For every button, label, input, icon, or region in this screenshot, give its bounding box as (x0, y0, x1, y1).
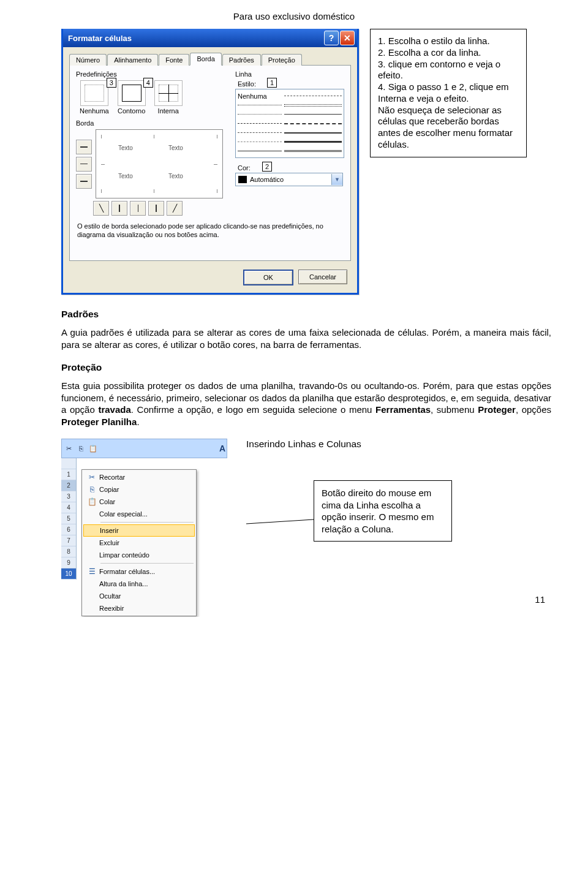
borda-label: Borda (76, 119, 227, 127)
border-bottom-button[interactable] (76, 174, 92, 189)
tab-numero[interactable]: Número (69, 54, 107, 66)
paragraph: A guia padrões é utilizada para se alter… (61, 327, 551, 350)
copy-icon[interactable]: ⎘ (75, 443, 86, 454)
preset-inside[interactable]: Interna 4 (154, 80, 183, 115)
menu-item-recortar[interactable]: ✂Recortar (83, 471, 195, 483)
tab-protecao[interactable]: Proteção (262, 54, 302, 66)
border-middle-h-button[interactable] (76, 157, 92, 172)
border-diag-up-button[interactable]: ╱ (167, 201, 183, 216)
chevron-down-icon: ▼ (331, 174, 342, 185)
cor-label: Cor: (238, 164, 251, 172)
menu-item-excluir[interactable]: Excluir (83, 537, 195, 549)
border-diag-down-button[interactable]: ╲ (93, 201, 109, 216)
cancel-button[interactable]: Cancelar (298, 270, 347, 284)
instruction-line: Não esqueça de selecionar as células que… (378, 105, 519, 151)
tab-alinhamento[interactable]: Alinhamento (107, 54, 158, 66)
line-style-list[interactable]: Nenhuma (235, 89, 344, 158)
menu-item-limpar[interactable]: Limpar conteúdo (83, 549, 195, 561)
tab-padroes[interactable]: Padrões (222, 54, 261, 66)
tab-fonte[interactable]: Fonte (159, 54, 189, 66)
menu-item-inserir[interactable]: Inserir (83, 524, 195, 537)
callout-2: 2 (262, 162, 272, 172)
cut-icon[interactable]: ✂ (63, 443, 74, 454)
linha-label: Linha (235, 70, 344, 78)
border-right-button[interactable] (148, 201, 164, 216)
heading-protecao: Proteção (61, 361, 551, 374)
heading-inserindo: Inserindo Linhas e Colunas (246, 439, 551, 450)
callout-4: 4 (143, 78, 153, 88)
callout-1: 1 (267, 78, 277, 88)
border-middle-v-button[interactable] (130, 201, 146, 216)
preset-inside-label: Interna (154, 107, 183, 115)
menu-item-colar-especial[interactable]: Colar especial... (83, 508, 195, 520)
row-headers: 12345678910 (61, 458, 77, 580)
menu-item-reexibir[interactable]: Reexibir (83, 602, 195, 614)
menu-item-ocultar[interactable]: Ocultar (83, 590, 195, 602)
paste-icon: 📋 (85, 497, 99, 506)
dialog-titlebar: Formatar células ? ✕ (63, 29, 357, 47)
color-swatch-icon (238, 176, 247, 183)
close-button[interactable]: ✕ (340, 31, 355, 45)
preview-cell: Texto (168, 173, 183, 179)
page-header: Para uso exclusivo doméstico (37, 0, 551, 29)
cells-icon: ☰ (85, 567, 99, 576)
menu-item-colar[interactable]: 📋Colar (83, 496, 195, 508)
preview-cell: Texto (118, 145, 133, 151)
preset-outline[interactable]: Contorno 3 (118, 80, 146, 115)
dialog-title: Formatar células (68, 34, 132, 43)
color-dropdown[interactable]: Automático ▼ (235, 173, 343, 186)
format-cells-dialog: Formatar células ? ✕ Número Alinhamento … (61, 29, 359, 295)
border-preview: Texto Texto Texto Texto (96, 129, 223, 198)
preset-outline-label: Contorno (118, 107, 146, 115)
instruction-line: 4. Siga o passo 1 e 2, clique em Interna… (378, 81, 519, 105)
predef-label: Predefinições (76, 70, 227, 78)
preview-cell: Texto (118, 173, 133, 179)
instruction-line: 3. clique em contorno e veja o efeito. (378, 59, 519, 82)
heading-padroes: Padrões (61, 308, 551, 320)
preset-none[interactable]: Nenhuma (80, 80, 109, 115)
estilo-label: Estilo: (238, 80, 256, 88)
instruction-line: 1. Escolha o estilo da linha. (378, 36, 519, 47)
callout-3: 3 (107, 78, 116, 88)
menu-item-formatar-celulas[interactable]: ☰Formatar células... (83, 565, 195, 578)
callout-inserir: Botão direito do mouse em cima da Linha … (314, 480, 452, 542)
instructions-box: 1. Escolha o estilo da linha. 2. Escolha… (370, 29, 527, 157)
border-top-button[interactable] (76, 140, 92, 154)
tab-strip: Número Alinhamento Fonte Borda Padrões P… (69, 51, 351, 66)
copy-icon: ⎘ (85, 485, 99, 494)
preset-none-label: Nenhuma (80, 107, 109, 115)
cut-icon: ✂ (85, 473, 99, 481)
tab-borda[interactable]: Borda (190, 53, 221, 66)
preview-cell: Texto (168, 145, 183, 151)
menu-item-copiar[interactable]: ⎘Copiar (83, 483, 195, 496)
paste-icon[interactable]: 📋 (88, 443, 99, 454)
context-menu-screenshot: ✂ ⎘ 📋 A 12345678910 ✂Recortar ⎘Copiar 📋C… (61, 439, 227, 580)
pointer-line-icon (246, 453, 314, 539)
style-none-option[interactable]: Nenhuma (238, 93, 282, 100)
instruction-line: 2. Escolha a cor da linha. (378, 47, 519, 59)
dialog-hint: O estilo de borda selecionado pode ser a… (77, 222, 343, 240)
help-button[interactable]: ? (324, 31, 339, 45)
svg-line-0 (246, 519, 314, 524)
ok-button[interactable]: OK (243, 270, 293, 285)
menu-item-altura-linha[interactable]: Altura da linha... (83, 578, 195, 590)
paragraph: Esta guia possibilita proteger os dados … (61, 380, 551, 428)
border-left-button[interactable] (111, 201, 127, 216)
color-value: Automático (250, 176, 284, 183)
context-menu: ✂Recortar ⎘Copiar 📋Colar Colar especial.… (81, 469, 197, 616)
